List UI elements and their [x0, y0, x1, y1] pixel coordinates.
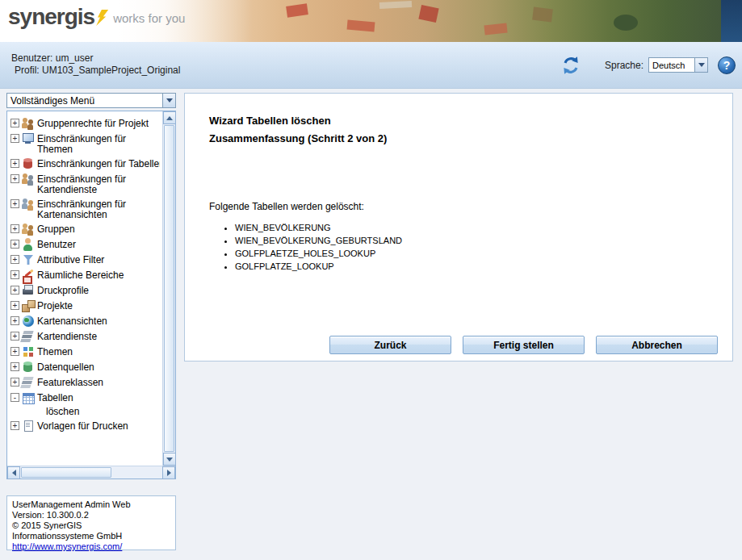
logo-swoosh-icon [96, 10, 108, 26]
refresh-icon[interactable] [561, 56, 581, 75]
tree-item-attributive-filter[interactable]: + Attributive Filter [10, 253, 162, 266]
tree-item-einschraenkungen-tabellen[interactable]: + Einschränkungen für Tabellen [10, 157, 162, 170]
tree-expander[interactable]: - [10, 393, 19, 402]
tree-item-label[interactable]: Räumliche Bereiche [37, 269, 124, 281]
tree-item-label[interactable]: Gruppenrechte für Projekt [37, 117, 149, 129]
tree-item-label[interactable]: Benutzer [37, 238, 76, 250]
tree-item-label[interactable]: Kartenansichten [37, 315, 107, 327]
tree-expander[interactable]: + [10, 159, 19, 168]
map-view-restrictions-icon [22, 198, 35, 211]
tree-item-label[interactable]: Tabellen [37, 391, 73, 403]
tree-expander[interactable]: + [10, 332, 19, 341]
tree-expander[interactable]: + [10, 174, 19, 183]
tree-item-label[interactable]: löschen [46, 407, 79, 417]
wizard-subtitle: Zusammenfassung (Schritt 2 von 2) [209, 132, 387, 144]
tree-expander[interactable]: + [10, 421, 19, 430]
tree-item-label[interactable]: Featureklassen [37, 376, 103, 388]
tree-expander[interactable]: + [10, 240, 19, 249]
tree-expander[interactable]: + [10, 378, 19, 387]
language-select[interactable]: Deutsch [648, 57, 708, 73]
tree-item-label[interactable]: Kartendienste [37, 330, 97, 342]
tree-expander[interactable]: + [10, 270, 19, 279]
help-icon[interactable]: ? [718, 56, 736, 74]
tree-item-projekte[interactable]: + Projekte [10, 299, 162, 312]
profile-label: Profil: [15, 65, 40, 76]
tree-item-label[interactable]: Einschränkungen für Themen [37, 132, 162, 155]
horizontal-scrollbar[interactable] [7, 466, 175, 479]
vertical-scrollbar[interactable] [162, 111, 175, 466]
tree-expander[interactable]: + [10, 347, 19, 356]
user-line: Benutzer: um_user [11, 52, 180, 65]
version-info-box: UserManagement Admin Web Version: 10.300… [6, 495, 176, 550]
tree-expander[interactable]: + [10, 224, 19, 233]
tree-expander[interactable]: + [10, 301, 19, 310]
tree-item-kartendienste[interactable]: + Kartendienste [10, 330, 162, 343]
tree-item-kartenansichten[interactable]: + Kartenansichten [10, 315, 162, 328]
tree-item-datenquellen[interactable]: + Datenquellen [10, 361, 162, 374]
tree-expander[interactable]: + [10, 316, 19, 325]
finish-button[interactable]: Fertig stellen [463, 336, 585, 354]
map-decoration [286, 3, 308, 17]
tree-item-tabellen[interactable]: - Tabellen [10, 391, 162, 404]
tree-item-label[interactable]: Themen [37, 345, 73, 357]
copyright-text: © 2015 SynerGIS [12, 520, 170, 531]
user-label: Benutzer: [11, 52, 52, 64]
map-decoration [532, 7, 553, 23]
tree-expander[interactable]: + [10, 199, 19, 208]
tree-expander[interactable]: + [10, 362, 19, 371]
tree-item-raeumliche-bereiche[interactable]: + Räumliche Bereiche [10, 269, 162, 282]
tree-item-einschraenkungen-themen[interactable]: + Einschränkungen für Themen [10, 132, 162, 155]
tree-item-label[interactable]: Vorlagen für Drucken [37, 420, 128, 432]
tree-item-featureklassen[interactable]: + Featureklassen [10, 376, 162, 389]
map-services-icon [22, 330, 35, 343]
tree-item-label[interactable]: Projekte [37, 299, 73, 311]
company-text: Informationssysteme GmbH [12, 531, 170, 541]
scroll-right-button[interactable] [162, 466, 175, 479]
scroll-up-button[interactable] [163, 111, 176, 124]
wizard-title: Wizard Tabellen löschen [209, 115, 331, 127]
tree-item-tabellen-loeschen[interactable]: löschen [46, 407, 162, 417]
menu-mode-select[interactable]: Vollständiges Menü [6, 93, 176, 108]
profile-value: UM103_SampleProject_Original [42, 65, 180, 76]
map-decoration [418, 5, 438, 23]
tree-item-label[interactable]: Einschränkungen für Tabellen [37, 157, 160, 169]
back-button[interactable]: Zurück [329, 336, 451, 354]
tree-expander[interactable]: + [10, 134, 19, 143]
tree-item-einschraenkungen-kartenansichten[interactable]: + Einschränkungen für Kartenansichten [10, 198, 162, 220]
tree-item-label[interactable]: Gruppen [37, 223, 75, 235]
user-info: Benutzer: um_user Profil: UM103_SamplePr… [11, 52, 180, 77]
horizontal-scroll-thumb[interactable] [21, 467, 111, 478]
tree-item-benutzer[interactable]: + Benutzer [10, 238, 162, 251]
tree-item-themen[interactable]: + Themen [10, 345, 162, 358]
tree-item-label[interactable]: Datenquellen [37, 361, 94, 373]
language-select-value: Deutsch [649, 61, 688, 70]
users-icon [22, 238, 35, 251]
tree-item-einschraenkungen-kartendienste[interactable]: + Einschränkungen für Kartendienste [10, 173, 162, 195]
tree-item-label[interactable]: Einschränkungen für Kartendienste [37, 173, 162, 195]
chevron-down-icon[interactable] [162, 94, 175, 107]
tree-expander[interactable]: + [10, 255, 19, 264]
tree-item-gruppen[interactable]: + Gruppen [10, 223, 162, 236]
tree-item-gruppenrechte[interactable]: + Gruppenrechte für Projekt [10, 117, 162, 130]
scroll-down-button[interactable] [163, 453, 176, 466]
tree-item-druckprofile[interactable]: + Druckprofile [10, 284, 162, 297]
cancel-button[interactable]: Abbrechen [596, 336, 718, 354]
menu-mode-value: Vollständiges Menü [7, 95, 98, 107]
wizard-button-row: Zurück Fertig stellen Abbrechen [185, 336, 718, 354]
chevron-down-icon[interactable] [694, 58, 707, 72]
language-label: Sprache: [605, 60, 643, 71]
tree-item-label[interactable]: Einschränkungen für Kartenansichten [37, 198, 162, 220]
tree-item-label[interactable]: Druckprofile [37, 284, 89, 296]
print-profiles-icon [22, 284, 35, 297]
logo-tagline: works for you [113, 11, 185, 25]
company-link[interactable]: http://www.mysynergis.com/ [12, 541, 122, 551]
scroll-left-button[interactable] [7, 466, 20, 479]
tree-viewport: + Gruppenrechte für Projekt + Einschränk… [7, 111, 162, 466]
tree-expander[interactable]: + [10, 119, 19, 127]
tree-expander[interactable]: + [10, 286, 19, 295]
user-bar-right: Sprache: Deutsch ? [561, 42, 736, 88]
vertical-scroll-thumb[interactable] [164, 125, 174, 452]
user-value: um_user [56, 52, 94, 64]
tree-item-vorlagen-drucken[interactable]: + Vorlagen für Drucken [10, 420, 162, 433]
tree-item-label[interactable]: Attributive Filter [37, 253, 104, 265]
